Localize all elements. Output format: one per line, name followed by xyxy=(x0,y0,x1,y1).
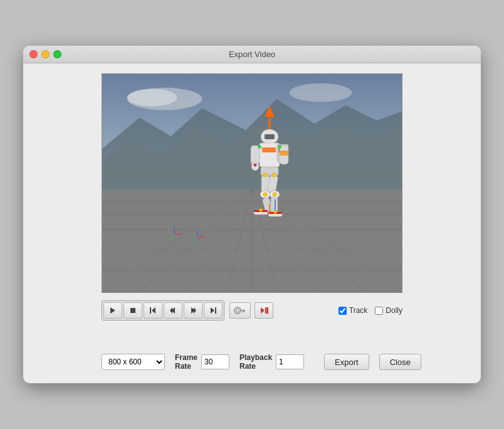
svg-rect-29 xyxy=(260,143,280,167)
frame-rate-group: Frame Rate xyxy=(175,353,229,371)
robot-figure xyxy=(226,107,313,272)
svg-marker-26 xyxy=(265,107,275,117)
svg-marker-74 xyxy=(261,307,265,314)
key-button[interactable] xyxy=(229,302,251,319)
svg-rect-32 xyxy=(262,147,276,152)
frame-rate-label: Frame Rate xyxy=(175,353,197,371)
svg-point-52 xyxy=(263,193,267,196)
svg-point-54 xyxy=(260,209,263,212)
dolly-label: Dolly xyxy=(386,306,402,315)
close-window-button[interactable] xyxy=(29,50,38,58)
svg-rect-36 xyxy=(280,151,288,156)
svg-point-53 xyxy=(273,193,276,196)
track-checkbox-label[interactable]: Track xyxy=(339,306,368,315)
minimize-window-button[interactable] xyxy=(41,50,50,58)
bottom-row: 800 x 600 1024 x 768 1280 x 720 1920 x 1… xyxy=(102,353,402,371)
svg-marker-62 xyxy=(152,307,155,314)
go-to-start-button[interactable] xyxy=(144,302,162,319)
traffic-lights xyxy=(29,50,61,58)
svg-marker-66 xyxy=(194,307,196,314)
svg-point-3 xyxy=(127,89,177,107)
playback-rate-group: Playback Rate xyxy=(239,353,304,371)
controls-row: Track Dolly xyxy=(102,300,402,320)
svg-rect-61 xyxy=(150,307,151,314)
step-forward-button[interactable] xyxy=(184,302,202,319)
svg-point-58 xyxy=(254,164,257,167)
transport-group xyxy=(102,300,224,320)
go-to-end-button[interactable] xyxy=(204,302,223,319)
window-content: Track Dolly 800 x 600 1024 x 768 1280 x … xyxy=(23,63,481,383)
svg-point-4 xyxy=(290,83,352,102)
svg-marker-59 xyxy=(110,307,115,314)
svg-rect-45 xyxy=(271,197,278,213)
svg-rect-60 xyxy=(130,308,135,313)
playback-rate-label: Playback Rate xyxy=(239,353,272,371)
frame-rate-input[interactable] xyxy=(201,354,229,369)
svg-point-56 xyxy=(258,145,261,149)
svg-rect-75 xyxy=(265,307,267,314)
svg-point-69 xyxy=(234,307,241,314)
axis-marker-left xyxy=(165,225,184,246)
export-video-window: Export Video xyxy=(23,46,481,383)
svg-point-55 xyxy=(274,211,277,214)
svg-point-70 xyxy=(236,309,239,312)
viewport xyxy=(102,73,402,293)
title-bar: Export Video xyxy=(23,46,481,63)
resolution-select[interactable]: 800 x 600 1024 x 768 1280 x 720 1920 x 1… xyxy=(102,354,165,370)
svg-rect-33 xyxy=(251,146,260,164)
svg-line-24 xyxy=(193,237,197,241)
svg-rect-76 xyxy=(267,307,268,314)
track-checkbox[interactable] xyxy=(339,307,347,315)
svg-point-51 xyxy=(272,173,276,177)
step-back-button[interactable] xyxy=(164,302,182,319)
svg-rect-28 xyxy=(265,134,275,139)
svg-marker-64 xyxy=(170,307,172,314)
export-button[interactable]: Export xyxy=(324,354,369,370)
close-button[interactable]: Close xyxy=(379,354,421,370)
svg-point-57 xyxy=(278,145,281,149)
svg-rect-68 xyxy=(215,307,216,314)
svg-line-21 xyxy=(170,234,174,238)
dolly-checkbox[interactable] xyxy=(375,307,383,315)
stop-button[interactable] xyxy=(123,302,142,319)
go-to-end-2-button[interactable] xyxy=(255,302,273,319)
axis-marker-right xyxy=(190,230,205,247)
dolly-checkbox-label[interactable]: Dolly xyxy=(375,306,402,315)
maximize-window-button[interactable] xyxy=(53,50,61,58)
svg-point-50 xyxy=(263,173,267,177)
svg-marker-67 xyxy=(211,307,214,314)
window-title: Export Video xyxy=(229,50,275,59)
playback-rate-input[interactable] xyxy=(276,354,304,369)
play-button[interactable] xyxy=(103,302,122,319)
track-label: Track xyxy=(349,306,368,315)
